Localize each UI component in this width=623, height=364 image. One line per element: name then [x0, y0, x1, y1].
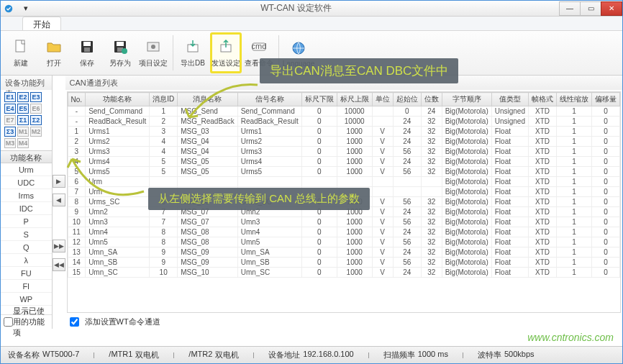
open-button[interactable]: 打开 [38, 32, 70, 73]
column-header[interactable]: 字节顺序 [442, 93, 491, 106]
element-E7[interactable]: E7 [4, 115, 16, 125]
svg-rect-4 [84, 47, 90, 52]
element-Σ2[interactable]: Σ2 [30, 115, 42, 125]
element-E3[interactable]: E3 [30, 92, 42, 102]
export-icon [183, 37, 202, 56]
annotation-export: 导出CAN消息至CAN DBC文件中 [260, 58, 458, 83]
list-item[interactable]: WP [1, 293, 52, 306]
element-Σ1[interactable]: Σ1 [17, 115, 29, 125]
close-button[interactable]: ✕ [601, 1, 622, 16]
column-header[interactable]: 消息ID [150, 93, 178, 106]
element-E5[interactable]: E5 [17, 104, 29, 114]
table-row[interactable]: 15Umn_SC10MSG_10Umn_SC01000V2432Big(Moto… [68, 268, 619, 278]
column-header[interactable]: 值类型 [491, 93, 528, 106]
table-row[interactable]: 12Umn58MSG_08Umn501000V5632Big(Motorola)… [68, 237, 619, 247]
column-header[interactable]: 位数 [421, 93, 442, 106]
folder-open-icon [45, 37, 63, 56]
show-used-checkbox-row: 显示已使用的功能项 [1, 314, 52, 329]
saveas-icon [111, 37, 129, 56]
list-item[interactable]: UDC [1, 176, 52, 189]
column-header[interactable]: 标尺下限 [301, 93, 337, 106]
add-wt-command-checkbox[interactable] [70, 317, 79, 327]
list-item[interactable]: Irms [1, 189, 52, 202]
arrow-top-icon [175, 81, 261, 124]
list-item[interactable]: FI [1, 280, 52, 293]
column-header[interactable]: 线性缩放 [557, 93, 592, 106]
window-title: WT-CAN 设定软件 [32, 2, 560, 14]
function-list[interactable]: UrmUDCIrmsIDCPSQλFUFIWPqTimeUfndIfndPfnd… [1, 163, 52, 314]
status-bar: 设备名称WT5000-7 /MTR1双电机 /MTR2双电机 设备地址192.1… [1, 346, 622, 363]
send-icon [217, 37, 235, 56]
element-E6[interactable]: E6 [30, 104, 42, 114]
table-row[interactable]: 10Umn37MSG_07Umn301000V5632Big(Motorola)… [68, 217, 619, 227]
maximize-button[interactable]: ▭ [580, 1, 601, 16]
svg-text:cmd: cmd [252, 42, 267, 50]
export-db-button[interactable]: 导出DB [177, 32, 209, 73]
add-wt-command-row: 添加设置WT命令通道 [65, 314, 622, 329]
file-new-icon [12, 37, 30, 56]
table-row[interactable]: 11Umn48MSG_08Umn401000V2432Big(Motorola)… [68, 227, 619, 237]
svg-point-10 [151, 45, 155, 49]
minimize-button[interactable]: — [559, 1, 581, 16]
device-function-panel: 设备功能列表 E1E2E3E4E5E6E7Σ1Σ2Σ3M1M2M3M4 功能名称… [1, 76, 53, 329]
project-settings-button[interactable]: 项目设定 [137, 32, 169, 73]
arrow-left-icon [61, 152, 147, 209]
function-name-header: 功能名称 [1, 150, 52, 163]
settings-icon [144, 37, 163, 56]
add-all-button[interactable]: ▶▶ [53, 240, 65, 252]
title-bar: ▾ WT-CAN 设定软件 — ▭ ✕ [1, 1, 622, 17]
table-row[interactable]: 6UrmBig(Motorola)FloatXTD10 [68, 177, 619, 187]
table-row[interactable]: -ReadBack_Result2MSG_ReadBackReadBack_Re… [68, 117, 619, 127]
table-row[interactable]: 1Urms13MSG_03Urms101000V2432Big(Motorola… [68, 127, 619, 137]
table-row[interactable]: 14Umn_SB9MSG_09Umn_SB01000V5632Big(Motor… [68, 258, 619, 268]
column-header[interactable]: 帧格式 [529, 93, 557, 106]
list-item[interactable]: Q [1, 241, 52, 254]
watermark: www.cntronics.com [527, 332, 614, 343]
table-row[interactable]: 5Urms55MSG_05Urms501000V5632Big(Motorola… [68, 167, 619, 177]
column-header[interactable]: 标尺上限 [337, 93, 372, 106]
column-header[interactable]: 单位 [372, 93, 393, 106]
svg-point-8 [122, 48, 127, 54]
element-M1[interactable]: M1 [17, 127, 29, 137]
table-row[interactable]: 13Umn_SA9MSG_09Umn_SA01000V2432Big(Motor… [68, 247, 619, 258]
element-E4[interactable]: E4 [4, 104, 16, 114]
list-item[interactable]: FU [1, 267, 52, 280]
remove-all-button[interactable]: ◀◀ [53, 258, 65, 271]
system-menu-icon[interactable] [1, 1, 17, 17]
column-header[interactable]: 偏移量 [592, 93, 620, 106]
element-E2[interactable]: E2 [17, 92, 29, 102]
tab-start[interactable]: 开始 [22, 17, 61, 30]
table-row[interactable]: 4Urms45MSG_05Urms401000V2432Big(Motorola… [68, 157, 619, 167]
command-icon: cmd [250, 37, 268, 56]
qat-dropdown-icon[interactable]: ▾ [19, 2, 32, 15]
svg-rect-3 [83, 42, 91, 46]
can-channel-table: No.功能名称消息ID消息名称信号名称标尺下限标尺上限单位起始位位数字节顺序值类… [68, 92, 620, 278]
show-used-checkbox[interactable] [4, 317, 13, 327]
list-item[interactable]: λ [1, 254, 52, 267]
element-Σ3[interactable]: Σ3 [4, 127, 16, 137]
element-M4[interactable]: M4 [17, 138, 29, 148]
list-item[interactable]: S [1, 228, 52, 241]
svg-rect-1 [16, 40, 24, 52]
column-header[interactable]: 功能名称 [86, 93, 150, 106]
list-item[interactable]: Urm [1, 163, 52, 176]
ribbon-tabstrip: 开始 [1, 17, 622, 31]
list-item[interactable]: P [1, 215, 52, 228]
list-item[interactable]: IDC [1, 202, 52, 215]
globe-icon [289, 39, 308, 58]
table-row[interactable]: -Send_Command1MSG_SendSend_Command010000… [68, 106, 619, 117]
table-row[interactable]: 3Urms34MSG_04Urms301000V5632Big(Motorola… [68, 147, 619, 157]
element-E1[interactable]: E1 [4, 92, 16, 102]
annotation-select: 从左侧选择需要传输到 CAN 总线上的参数 [148, 188, 370, 210]
saveas-button[interactable]: 另存为 [104, 32, 136, 73]
element-M2[interactable]: M2 [30, 127, 42, 137]
send-settings-button[interactable]: 发送设定 [210, 32, 242, 73]
column-header[interactable]: 起始位 [393, 93, 421, 106]
svg-rect-6 [117, 42, 124, 46]
new-button[interactable]: 新建 [5, 32, 37, 73]
table-row[interactable]: 2Urms24MSG_04Urms201000V2432Big(Motorola… [68, 137, 619, 147]
element-M3[interactable]: M3 [4, 138, 16, 148]
column-header[interactable]: No. [68, 93, 86, 106]
save-button[interactable]: 保存 [71, 32, 103, 73]
left-pane-title: 设备功能列表 [1, 76, 52, 90]
